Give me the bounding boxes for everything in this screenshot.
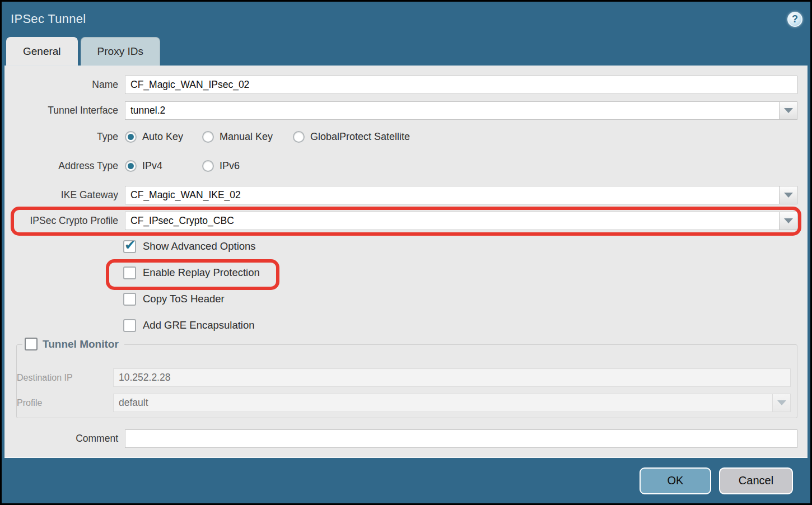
tunnel-monitor-checkbox[interactable] [25, 338, 38, 350]
tunnel-interface-row: Tunnel Interface [5, 101, 807, 120]
chevron-down-icon [784, 108, 793, 113]
enable-replay-protection-checkbox[interactable] [123, 266, 136, 279]
profile-label: Profile [17, 398, 113, 408]
name-row: Name [5, 76, 807, 94]
tunnel-monitor-label: Tunnel Monitor [43, 338, 119, 350]
radio-manual-key[interactable] [202, 131, 214, 143]
destination-ip-row: Destination IP [17, 368, 797, 387]
tab-general-label: General [23, 45, 61, 58]
ike-gateway-input[interactable] [125, 186, 780, 204]
address-type-option-ipv4[interactable]: IPv4 [125, 160, 202, 172]
type-row: Type Auto Key Manual Key GlobalProtect S… [5, 129, 807, 144]
ok-button[interactable]: OK [640, 467, 711, 494]
radio-auto-key[interactable] [125, 131, 137, 143]
ipsec-crypto-profile-dropdown-button[interactable] [780, 212, 797, 230]
enable-replay-protection-row: Enable Replay Protection [5, 265, 807, 280]
destination-ip-input [113, 368, 791, 387]
tunnel-monitor-legend: Tunnel Monitor [22, 338, 124, 350]
enable-replay-protection-label: Enable Replay Protection [143, 266, 260, 279]
address-type-option-ipv6[interactable]: IPv6 [202, 160, 293, 172]
cancel-button[interactable]: Cancel [719, 467, 793, 494]
profile-dropdown-button [773, 394, 791, 412]
ike-gateway-dropdown-button[interactable] [780, 186, 797, 204]
add-gre-encapsulation-label: Add GRE Encapsulation [143, 319, 255, 331]
chevron-down-icon [777, 400, 786, 405]
tunnel-interface-label: Tunnel Interface [5, 105, 118, 116]
tunnel-monitor-section: Tunnel Monitor Destination IP Profile [16, 344, 797, 418]
ipsec-tunnel-dialog: IPSec Tunnel ? General Proxy IDs Name Tu… [0, 0, 812, 505]
ipsec-crypto-profile-input[interactable] [125, 212, 780, 230]
ike-gateway-row: IKE Gateway [5, 186, 807, 204]
chevron-down-icon [784, 218, 793, 223]
tab-proxy-ids-label: Proxy IDs [97, 45, 143, 58]
copy-tos-header-label: Copy ToS Header [143, 293, 225, 305]
type-option-globalprotect-satellite[interactable]: GlobalProtect Satellite [293, 131, 410, 143]
destination-ip-label: Destination IP [17, 373, 113, 383]
chevron-down-icon [784, 193, 793, 198]
copy-tos-header-checkbox[interactable] [123, 293, 136, 306]
show-advanced-options-row: Show Advanced Options [5, 239, 807, 254]
radio-ipv4-label: IPv4 [142, 160, 162, 172]
radio-ipv4[interactable] [125, 160, 137, 172]
radio-manual-key-label: Manual Key [220, 131, 273, 143]
comment-input[interactable] [125, 429, 797, 448]
radio-auto-key-label: Auto Key [142, 131, 183, 143]
radio-ipv6[interactable] [202, 160, 214, 172]
dialog-titlebar: IPSec Tunnel ? [2, 2, 810, 36]
general-tab-panel: Name Tunnel Interface Type Auto Key [4, 66, 808, 458]
tab-proxy-ids[interactable]: Proxy IDs [81, 37, 160, 66]
ipsec-crypto-profile-label: IPSec Crypto Profile [5, 215, 118, 227]
show-advanced-options-label: Show Advanced Options [143, 240, 256, 252]
address-type-row: Address Type IPv4 IPv6 [5, 158, 807, 174]
address-type-label: Address Type [5, 160, 118, 172]
name-input[interactable] [125, 76, 797, 94]
radio-globalprotect-satellite[interactable] [293, 131, 305, 143]
copy-tos-header-row: Copy ToS Header [5, 292, 807, 306]
add-gre-encapsulation-checkbox[interactable] [123, 319, 136, 332]
profile-input [113, 394, 773, 412]
dialog-footer: OK Cancel [2, 458, 810, 503]
help-icon[interactable]: ? [787, 12, 802, 27]
tab-bar: General Proxy IDs [6, 37, 160, 66]
ike-gateway-label: IKE Gateway [5, 189, 118, 201]
radio-ipv6-label: IPv6 [220, 160, 240, 172]
type-option-manual-key[interactable]: Manual Key [202, 131, 293, 143]
show-advanced-options-checkbox[interactable] [123, 240, 136, 253]
ipsec-crypto-profile-row: IPSec Crypto Profile [5, 212, 807, 230]
dialog-title: IPSec Tunnel [11, 12, 86, 26]
comment-label: Comment [5, 433, 118, 445]
tunnel-interface-input[interactable] [125, 101, 780, 120]
tab-general[interactable]: General [6, 37, 78, 66]
type-option-auto-key[interactable]: Auto Key [125, 131, 202, 143]
name-label: Name [5, 79, 118, 91]
add-gre-encapsulation-row: Add GRE Encapsulation [5, 318, 807, 333]
comment-row: Comment [5, 429, 807, 448]
profile-row: Profile [17, 394, 797, 412]
radio-globalprotect-satellite-label: GlobalProtect Satellite [310, 131, 410, 143]
type-label: Type [5, 131, 118, 143]
tunnel-interface-dropdown-button[interactable] [780, 101, 797, 120]
